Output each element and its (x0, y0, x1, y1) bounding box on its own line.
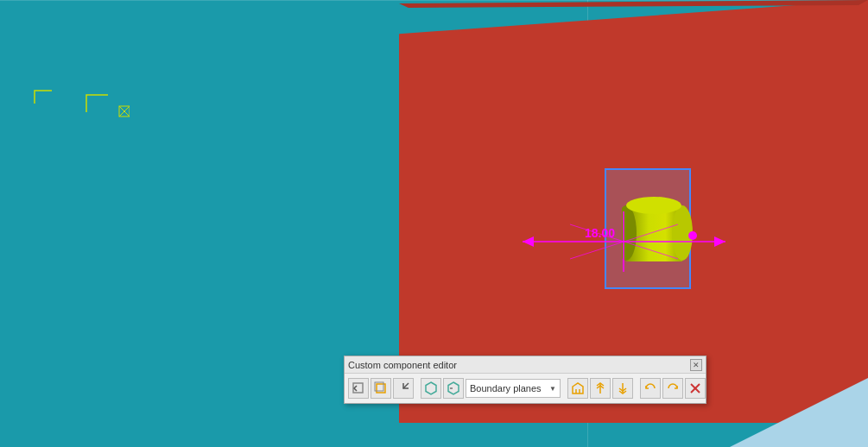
dimension-value: 18.00 (585, 226, 615, 240)
grid-line-horizontal (0, 0, 868, 1)
dropdown-arrow-icon: ▼ (549, 385, 556, 393)
component-editor-button[interactable] (421, 378, 441, 399)
select-back-button[interactable] (348, 378, 369, 399)
svg-marker-9 (714, 236, 725, 247)
anchor-point (688, 231, 697, 240)
custom-component-editor-toolbar: Custom component editor ✕ (344, 356, 706, 404)
dropdown-selected-value: Boundary planes (470, 383, 542, 393)
properties-button[interactable] (443, 378, 464, 399)
svg-marker-17 (426, 382, 436, 394)
dimension-lines (518, 207, 734, 276)
corner-marker (26, 82, 130, 146)
action-button-2[interactable] (590, 378, 611, 399)
rotate-right-button[interactable] (662, 378, 683, 399)
toolbar-close-button[interactable]: ✕ (690, 359, 702, 371)
boundary-planes-dropdown[interactable]: Boundary planes ▼ (466, 379, 561, 398)
select-front-button[interactable] (371, 378, 391, 399)
rotate-left-button[interactable] (640, 378, 661, 399)
toolbar-button-row: Boundary planes ▼ (345, 374, 706, 403)
toolbar-title-bar: Custom component editor ✕ (345, 356, 706, 374)
svg-marker-8 (523, 236, 534, 247)
explode-button[interactable] (393, 378, 414, 399)
svg-marker-18 (448, 382, 459, 394)
action-button-1[interactable] (567, 378, 588, 399)
action-button-3[interactable] (612, 378, 633, 399)
3d-viewport: 18.00 Custom component editor ✕ (0, 0, 868, 447)
svg-line-16 (403, 383, 409, 388)
delete-button[interactable] (685, 378, 706, 399)
toolbar-title: Custom component editor (348, 360, 457, 370)
